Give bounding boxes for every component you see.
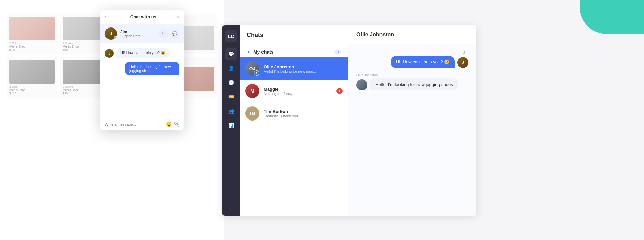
agent-avatar: J (105, 27, 117, 40)
ollie-avatar-wrapper: OJ f (245, 61, 259, 76)
maggie-name: Maggie (264, 87, 332, 92)
user-message: Hello! I'm looking for new jogging shoes (105, 62, 179, 75)
online-indicator (114, 36, 117, 39)
chats-list-panel: Chats ▲ My chats 3 OJ f Ollie Johnston H… (240, 25, 348, 216)
my-chats-section: ▲ My chats 3 (240, 45, 348, 57)
app-logo: LC (225, 30, 237, 42)
shoe-price: $100 (9, 48, 55, 52)
chats-list-header: Chats (240, 25, 348, 45)
chat-list-item-maggie[interactable]: M Maggie Nothing too fancy 1 (240, 80, 348, 102)
flag-button[interactable]: 🏳 (158, 29, 168, 38)
sidebar-item-team[interactable]: 👥 (225, 105, 237, 117)
ollie-preview: Hello! I'm looking for new jogg... (264, 69, 343, 73)
shoe-name: Men's Shoe (9, 45, 55, 48)
maggie-avatar: M (245, 84, 259, 98)
sidebar-item-tickets[interactable]: 🎫 (225, 91, 237, 103)
sidebar-item-history[interactable]: 🕐 (225, 76, 237, 89)
attach-icon[interactable]: 📎 (174, 122, 179, 127)
agent-info-bar: J Jim Support Hero 🏳 💬 (100, 24, 184, 43)
sidebar-item-contacts[interactable]: 👤 (225, 62, 237, 74)
user-bubble: Hello! I'm looking for new jogging shoes (125, 62, 179, 75)
agent-sender-label: Jim (463, 51, 468, 55)
agent-actions: 🏳 💬 (158, 29, 179, 38)
chat-widget-title: Chat with us! (130, 14, 158, 19)
msg-agent-avatar: J (105, 49, 114, 58)
agent-message-wrapper: Jim Hi! How can I help you? 🙂 J (356, 51, 468, 68)
sidebar-item-chats[interactable]: 💬 (225, 48, 237, 60)
conv-user-avatar (356, 79, 367, 90)
close-icon[interactable]: × (177, 14, 179, 19)
agent-role: Support Hero (120, 34, 155, 38)
chat-widget-header: ··· Chat with us! × (100, 10, 184, 24)
conversation-messages: Jim Hi! How can I help you? 🙂 J Ollie Jo… (348, 44, 476, 216)
agent-msg-row: Hi! How can I help you? 🙂 J (391, 56, 468, 68)
nav-sidebar: LC 💬 👤 🕐 🎫 👥 📊 (222, 25, 240, 216)
chat-list-item-tim[interactable]: TB Tim Burkon Fantastic! Thank you (240, 102, 348, 125)
chat-action-button[interactable]: 💬 (170, 29, 179, 38)
conv-agent-avatar: J (457, 57, 468, 68)
menu-dots[interactable]: ··· (105, 14, 111, 20)
input-icons: 😊 📎 (166, 122, 179, 127)
conversation-panel: Ollie Johnston Jim Hi! How can I help yo… (348, 25, 476, 216)
chat-list-item-ollie[interactable]: OJ f Ollie Johnston Hello! I'm looking f… (240, 57, 348, 80)
my-chats-count: 3 (334, 49, 341, 55)
chat-list-items: OJ f Ollie Johnston Hello! I'm looking f… (240, 57, 348, 216)
maggie-preview: Nothing too fancy (264, 92, 332, 96)
ollie-name: Ollie Johnston (264, 64, 343, 69)
emoji-icon[interactable]: 😊 (166, 122, 172, 127)
tim-name: Tim Burkon (264, 109, 343, 114)
conversation-contact-name: Ollie Johnston (356, 32, 468, 38)
chat-input-area: 😊 📎 (100, 118, 184, 130)
user-conv-bubble: Hello! I'm looking for new jogging shoes (370, 78, 458, 90)
agent-bubble: Hi! How can I help you? 😀 (116, 48, 170, 58)
agent-conv-bubble: Hi! How can I help you? 🙂 (391, 56, 455, 68)
user-message-wrapper: Ollie Johnston Hello! I'm looking for ne… (356, 73, 468, 90)
maggie-avatar-wrapper: M (245, 84, 259, 98)
facebook-badge: f (254, 70, 259, 76)
conversation-header: Ollie Johnston (348, 25, 476, 44)
user-msg-row: Hello! I'm looking for new jogging shoes (356, 78, 458, 90)
my-chats-toggle[interactable]: ▲ My chats 3 (247, 49, 341, 55)
maggie-unread-badge: 1 (336, 88, 343, 94)
user-sender-label: Ollie Johnston (356, 73, 378, 77)
toggle-arrow-icon: ▲ (247, 50, 251, 54)
shoe-colors: 3 Colors (9, 42, 55, 45)
maggie-chat-info: Maggie Nothing too fancy (264, 87, 332, 96)
my-chats-label: My chats (253, 49, 274, 55)
sidebar-item-reports[interactable]: 📊 (225, 119, 237, 131)
tim-avatar: TB (245, 106, 259, 121)
tim-chat-info: Tim Burkon Fantastic! Thank you (264, 109, 343, 118)
chat-input[interactable] (105, 122, 163, 126)
chat-messages: J Hi! How can I help you? 😀 Hello! I'm l… (100, 43, 184, 118)
ollie-chat-info: Ollie Johnston Hello! I'm looking for ne… (264, 64, 343, 73)
tim-avatar-wrapper: TB (245, 106, 259, 121)
agent-name: Jim (120, 30, 155, 34)
decorative-shape (576, 0, 644, 41)
chat-widget: ··· Chat with us! × J Jim Support Hero 🏳… (100, 10, 184, 130)
tim-preview: Fantastic! Thank you (264, 114, 343, 118)
agent-details: Jim Support Hero (120, 30, 155, 38)
agent-message: J Hi! How can I help you? 😀 (105, 48, 179, 58)
main-panel: LC 💬 👤 🕐 🎫 👥 📊 Chats ▲ My chats 3 OJ f (222, 25, 476, 216)
